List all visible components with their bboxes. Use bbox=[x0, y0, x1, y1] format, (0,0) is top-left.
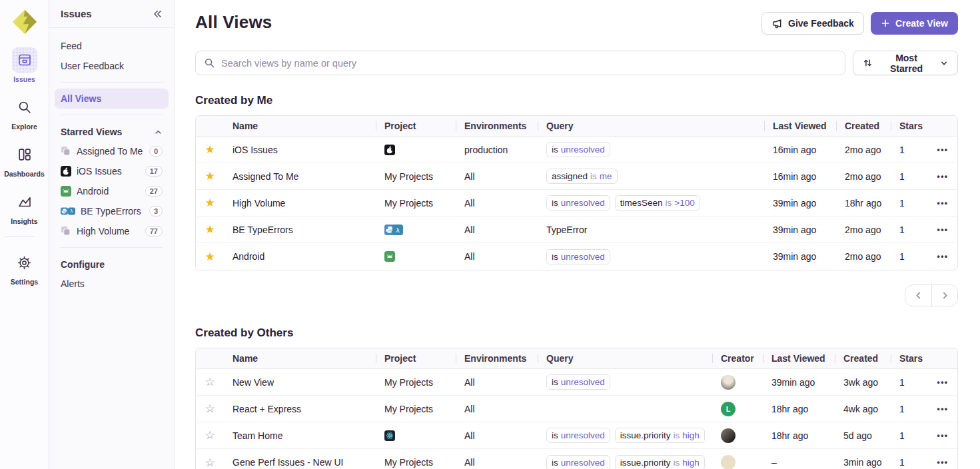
stack-icon bbox=[61, 146, 71, 157]
star-filled-icon: ★ bbox=[205, 251, 215, 262]
rail-item-issues[interactable]: Issues bbox=[4, 47, 45, 83]
created-cell: 3min ago bbox=[835, 457, 891, 468]
query-chip: is unresolved bbox=[546, 142, 610, 157]
give-feedback-button[interactable]: Give Feedback bbox=[761, 12, 864, 35]
created-cell: 18hr ago bbox=[836, 198, 891, 209]
last-viewed-cell: 16min ago bbox=[764, 145, 836, 155]
environments-cell: All bbox=[456, 404, 538, 414]
created-cell: 2mo ago bbox=[836, 251, 891, 262]
starred-view-be-typeerrors[interactable]: λ BE TypeErrors 3 bbox=[55, 201, 169, 221]
last-viewed-cell: 18hr ago bbox=[763, 404, 835, 414]
created-cell: 2mo ago bbox=[836, 145, 891, 155]
star-filled-icon: ★ bbox=[205, 144, 215, 155]
environments-cell: production bbox=[456, 145, 538, 155]
python-stack-icon: λ bbox=[61, 206, 75, 217]
sentry-logo-icon[interactable] bbox=[11, 9, 38, 35]
table-header-row: NameProjectEnvironmentsQueryCreatorLast … bbox=[196, 348, 957, 369]
row-overflow-menu[interactable]: ••• bbox=[928, 252, 957, 261]
table-row: ★ High Volume My Projects All is unresol… bbox=[196, 190, 957, 217]
star-toggle[interactable]: ★ bbox=[196, 144, 224, 155]
issues-sidebar: Issues FeedUser Feedback All Views Starr… bbox=[49, 0, 175, 469]
star-outline-icon: ☆ bbox=[205, 403, 215, 414]
star-toggle[interactable]: ★ bbox=[196, 224, 224, 235]
view-name-link[interactable]: React + Express bbox=[233, 404, 301, 414]
starred-view-high-volume[interactable]: High Volume 77 bbox=[55, 221, 169, 241]
stars-count: 1 bbox=[891, 171, 928, 182]
view-name-link[interactable]: Android bbox=[233, 251, 264, 262]
creator-avatar[interactable]: L bbox=[721, 402, 735, 416]
divider bbox=[61, 115, 163, 115]
creator-avatar[interactable] bbox=[721, 455, 735, 469]
star-toggle[interactable]: ★ bbox=[196, 251, 224, 262]
row-overflow-menu[interactable]: ••• bbox=[928, 199, 957, 208]
rail-item-dashboards[interactable]: Dashboards bbox=[4, 142, 45, 178]
star-toggle[interactable]: ☆ bbox=[196, 403, 224, 414]
row-overflow-menu[interactable]: ••• bbox=[928, 458, 957, 467]
column-header-name: Name bbox=[224, 353, 376, 364]
query-chip: issue.priority is high bbox=[615, 455, 705, 469]
environments-cell: All bbox=[456, 225, 538, 235]
sidebar-item-all-views[interactable]: All Views bbox=[55, 89, 169, 109]
row-overflow-menu[interactable]: ••• bbox=[928, 378, 957, 387]
view-name-link[interactable]: BE TypeErrors bbox=[233, 225, 293, 235]
created-cell: 5d ago bbox=[835, 430, 891, 441]
row-overflow-menu[interactable]: ••• bbox=[928, 404, 957, 414]
star-toggle[interactable]: ☆ bbox=[196, 457, 224, 468]
view-name-link[interactable]: High Volume bbox=[233, 198, 285, 209]
row-overflow-menu[interactable]: ••• bbox=[928, 431, 957, 440]
sidebar-item-feed[interactable]: Feed bbox=[55, 36, 169, 56]
star-toggle[interactable]: ☆ bbox=[196, 430, 224, 441]
next-page-button[interactable] bbox=[931, 285, 957, 306]
row-overflow-menu[interactable]: ••• bbox=[928, 225, 957, 234]
star-toggle[interactable]: ★ bbox=[196, 171, 224, 182]
star-toggle[interactable]: ☆ bbox=[196, 376, 224, 388]
sidebar-item-user-feedback[interactable]: User Feedback bbox=[55, 56, 169, 76]
row-overflow-menu[interactable]: ••• bbox=[928, 172, 957, 181]
environments-cell: All bbox=[456, 251, 538, 262]
row-overflow-menu[interactable]: ••• bbox=[928, 145, 957, 155]
starred-view-android[interactable]: Android 27 bbox=[55, 181, 169, 201]
starred-view-assigned-to-me[interactable]: Assigned To Me 0 bbox=[55, 141, 169, 161]
sidebar-item-alerts[interactable]: Alerts bbox=[55, 274, 169, 294]
last-viewed-cell: 39min ago bbox=[763, 377, 835, 388]
rail-item-insights[interactable]: Insights bbox=[4, 189, 45, 225]
view-name-link[interactable]: New View bbox=[233, 377, 274, 388]
sidebar-collapse-icon[interactable] bbox=[152, 9, 163, 19]
column-header-project: Project bbox=[376, 121, 456, 131]
created-cell: 3wk ago bbox=[835, 377, 891, 388]
rail-item-explore[interactable]: Explore bbox=[4, 95, 45, 131]
view-name-link[interactable]: Gene Perf Issues - New UI bbox=[233, 457, 344, 468]
views-table: NameProjectEnvironmentsQueryLast ViewedC… bbox=[195, 115, 958, 270]
stars-count: 1 bbox=[891, 145, 928, 155]
app-window: Issues Explore Dashboards Insights Setti… bbox=[0, 0, 980, 469]
prev-page-button[interactable] bbox=[905, 285, 931, 306]
create-view-button[interactable]: Create View bbox=[871, 12, 958, 35]
view-name-link[interactable]: Assigned To Me bbox=[233, 171, 298, 182]
view-count-badge: 77 bbox=[145, 226, 163, 236]
pagination bbox=[195, 284, 958, 306]
star-toggle[interactable]: ★ bbox=[196, 197, 224, 209]
table-row: ★ Assigned To Me My Projects All assigne… bbox=[196, 163, 957, 190]
creator-avatar[interactable] bbox=[721, 375, 735, 390]
views-section: Created by Me NameProjectEnvironmentsQue… bbox=[195, 94, 958, 306]
last-viewed-cell: 16min ago bbox=[764, 171, 836, 182]
table-row: ★ BE TypeErrors λ All TypeError 39min ag… bbox=[196, 217, 957, 243]
environments-cell: All bbox=[456, 430, 538, 441]
starred-view-ios-issues[interactable]: iOS Issues 17 bbox=[55, 161, 169, 181]
last-viewed-cell: 39min ago bbox=[764, 225, 836, 235]
table-header-row: NameProjectEnvironmentsQueryLast ViewedC… bbox=[196, 116, 957, 137]
environments-cell: All bbox=[456, 457, 538, 468]
sort-dropdown[interactable]: Most Starred bbox=[853, 51, 958, 75]
android-icon bbox=[61, 186, 71, 197]
view-name-link[interactable]: iOS Issues bbox=[233, 145, 278, 155]
view-name-link[interactable]: Team Home bbox=[233, 430, 282, 441]
column-header-environments: Environments bbox=[456, 353, 538, 364]
sort-arrows-icon bbox=[863, 58, 873, 68]
query-chip: is unresolved bbox=[546, 249, 610, 264]
rail-item-settings[interactable]: Settings bbox=[4, 250, 45, 286]
chevron-down-icon bbox=[940, 59, 948, 67]
creator-avatar[interactable] bbox=[721, 428, 735, 443]
query-chip: is unresolved bbox=[546, 374, 610, 390]
starred-views-header[interactable]: Starred Views bbox=[49, 121, 174, 140]
search-input[interactable] bbox=[221, 58, 837, 69]
